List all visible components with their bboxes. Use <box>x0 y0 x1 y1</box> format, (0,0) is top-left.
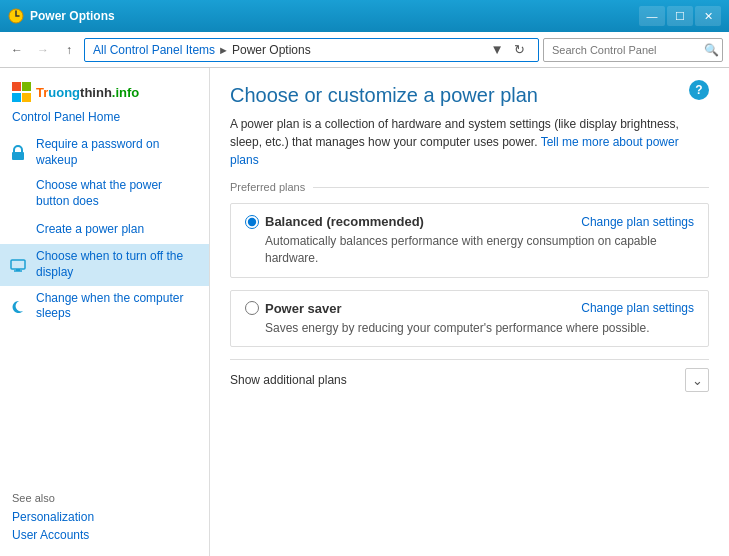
page-title: Choose or customize a power plan <box>230 84 709 107</box>
plan-power-saver-radio[interactable] <box>245 301 259 315</box>
sidebar-nav: Require a password on wakeup Choose what… <box>0 132 209 327</box>
path-separator: ► <box>218 44 229 56</box>
help-icon[interactable]: ? <box>689 80 709 100</box>
control-panel-home-link[interactable]: Control Panel Home <box>12 110 120 124</box>
minimize-button[interactable]: — <box>639 6 665 26</box>
plan-power-saver-desc: Saves energy by reducing your computer's… <box>265 320 694 337</box>
sidebar-item-require-password[interactable]: Require a password on wakeup <box>0 132 209 173</box>
logo-sq-yellow <box>22 93 31 102</box>
search-input[interactable] <box>543 38 723 62</box>
plan-power-saver: Power saver Change plan settings Saves e… <box>230 290 709 348</box>
sidebar-item-computer-sleeps[interactable]: Change when the computer sleeps <box>0 286 209 327</box>
turn-off-display-icon <box>8 255 28 275</box>
control-panel-home-link-wrap: Control Panel Home <box>0 106 209 132</box>
main-layout: Truongthinh.info Control Panel Home Requ… <box>0 68 729 556</box>
forward-button[interactable]: → <box>32 39 54 61</box>
plan-balanced-title-row: Balanced (recommended) <box>245 214 424 229</box>
expand-plans-button[interactable]: ⌄ <box>685 368 709 392</box>
show-additional-plans: Show additional plans ⌄ <box>230 359 709 400</box>
path-current: Power Options <box>232 43 311 57</box>
address-path: All Control Panel Items ► Power Options … <box>84 38 539 62</box>
plan-power-saver-change-link[interactable]: Change plan settings <box>581 301 694 315</box>
sidebar-item-create-plan[interactable]: Create a power plan <box>0 214 209 244</box>
computer-sleeps-icon <box>8 296 28 316</box>
maximize-button[interactable]: ☐ <box>667 6 693 26</box>
create-plan-icon <box>8 219 28 239</box>
window-controls: — ☐ ✕ <box>639 6 721 26</box>
path-dropdown-button[interactable]: ▼ <box>486 39 508 61</box>
power-button-icon <box>8 184 28 204</box>
logo-sq-green <box>22 82 31 91</box>
brand: Truongthinh.info <box>0 76 209 106</box>
plan-power-saver-name: Power saver <box>265 301 342 316</box>
logo-sq-red <box>12 82 21 91</box>
see-also-title: See also <box>12 492 197 504</box>
see-also-user-accounts[interactable]: User Accounts <box>12 526 197 544</box>
search-wrap: 🔍 <box>543 38 723 62</box>
plan-power-saver-header: Power saver Change plan settings <box>245 301 694 316</box>
path-control-panel[interactable]: All Control Panel Items <box>93 43 215 57</box>
brand-logo <box>12 82 32 102</box>
sidebar: Truongthinh.info Control Panel Home Requ… <box>0 68 210 556</box>
content: ? Choose or customize a power plan A pow… <box>210 68 729 556</box>
plan-balanced-name: Balanced (recommended) <box>265 214 424 229</box>
plan-power-saver-title-row: Power saver <box>245 301 342 316</box>
logo-sq-blue <box>12 93 21 102</box>
svg-rect-1 <box>12 152 24 160</box>
sidebar-item-power-button[interactable]: Choose what the power button does <box>0 173 209 214</box>
title-bar: Power Options — ☐ ✕ <box>0 0 729 32</box>
page-description: A power plan is a collection of hardware… <box>230 115 709 169</box>
expand-icon: ⌄ <box>692 373 703 388</box>
up-button[interactable]: ↑ <box>58 39 80 61</box>
close-button[interactable]: ✕ <box>695 6 721 26</box>
brand-text: Truongthinh.info <box>36 85 139 100</box>
show-additional-label: Show additional plans <box>230 373 347 387</box>
require-password-icon <box>8 143 28 163</box>
sidebar-item-turn-off-display[interactable]: Choose when to turn off the display <box>0 244 209 285</box>
svg-rect-2 <box>11 260 25 269</box>
window-title: Power Options <box>30 9 633 23</box>
back-button[interactable]: ← <box>6 39 28 61</box>
plan-balanced: Balanced (recommended) Change plan setti… <box>230 203 709 278</box>
app-icon <box>8 8 24 24</box>
preferred-plans-label: Preferred plans <box>230 181 709 193</box>
see-also-personalization[interactable]: Personalization <box>12 508 197 526</box>
plan-balanced-radio[interactable] <box>245 215 259 229</box>
refresh-button[interactable]: ↻ <box>508 39 530 61</box>
plan-balanced-desc: Automatically balances performance with … <box>265 233 694 267</box>
plan-balanced-header: Balanced (recommended) Change plan setti… <box>245 214 694 229</box>
plan-balanced-change-link[interactable]: Change plan settings <box>581 215 694 229</box>
address-bar: ← → ↑ All Control Panel Items ► Power Op… <box>0 32 729 68</box>
see-also: See also Personalization User Accounts <box>0 482 209 548</box>
